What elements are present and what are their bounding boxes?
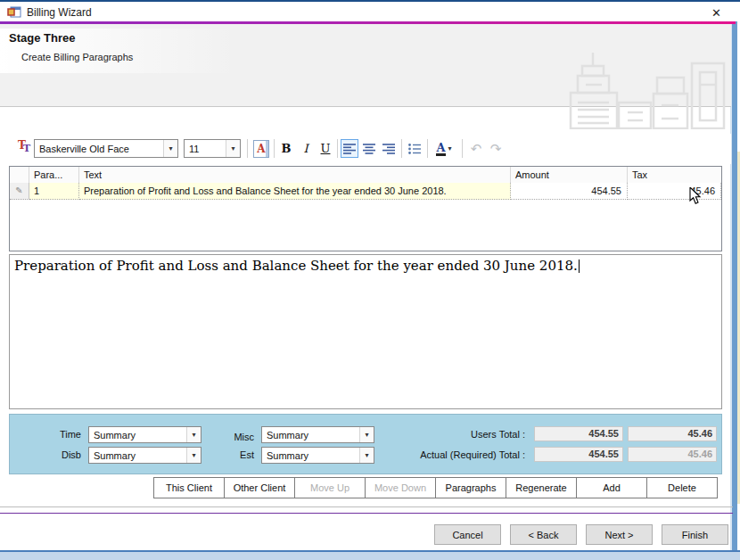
window-title: Billing Wizard [27,6,92,19]
cell-tax[interactable]: 45.46 [628,183,721,200]
window-bottom-border [0,550,740,560]
actual-total-amount: 454.55 [534,447,623,462]
format-toolbar: T T Baskerville Old Face ▾ 11 ▾ A B I U [0,134,731,164]
align-left-button[interactable] [341,139,358,158]
redo-button[interactable]: ↷ [487,139,505,158]
character-style-icon: A [253,140,269,158]
time-value: Summary [89,430,186,441]
users-total-amount: 454.55 [534,426,623,441]
city-skyline-graphic [562,51,729,129]
time-label: Time [35,429,81,440]
disb-combobox[interactable]: Summary ▾ [88,447,201,464]
wizard-header: Stage Three Create Billing Paragraphs [0,24,731,107]
est-value: Summary [262,450,359,461]
stage-subtitle: Create Billing Paragraphs [21,52,133,62]
align-center-button[interactable] [360,139,378,158]
italic-icon: I [303,142,308,155]
bold-button[interactable]: B [277,139,295,158]
chevron-down-icon[interactable]: ▾ [186,427,201,442]
row-edit-indicator: ✎ [10,183,29,200]
column-header-para[interactable]: Para... [29,167,79,183]
character-style-button[interactable]: A [252,139,270,158]
italic-button[interactable]: I [297,139,315,158]
actual-total-label: Actual (Required) Total : [374,449,525,460]
grid-header-row: Para... Text Amount Tax [10,167,721,184]
title-bar[interactable]: Billing Wizard ✕ [0,2,737,21]
misc-label: Misc [208,432,254,442]
add-button[interactable]: Add [576,477,647,498]
other-client-button[interactable]: Other Client [224,477,295,498]
cell-text[interactable]: Preparation of Profit and Loss and Balan… [79,183,511,200]
chevron-down-icon: ▾ [448,144,452,152]
misc-value: Summary [262,430,359,441]
font-name-value: Baskerville Old Face [35,144,163,154]
time-combobox[interactable]: Summary ▾ [88,426,201,443]
users-total-tax: 45.46 [628,426,717,441]
text-caret [579,259,580,273]
est-combobox[interactable]: Summary ▾ [261,447,374,464]
underline-icon: U [321,142,331,155]
regenerate-button[interactable]: Regenerate [506,477,577,498]
move-up-button: Move Up [294,477,366,498]
move-down-button: Move Down [365,477,436,498]
app-icon [7,5,21,20]
align-right-button[interactable] [380,139,398,158]
chevron-down-icon[interactable]: ▾ [226,140,240,157]
row-selector-header [10,167,29,183]
editor-text[interactable]: Preparation of Profit and Loss and Balan… [14,258,578,274]
redo-icon: ↷ [490,141,502,157]
back-button[interactable]: < Back [510,524,577,545]
actual-total-tax: 45.46 [628,447,717,462]
footer-separator [0,506,733,507]
users-total-label: Users Total : [374,429,525,440]
delete-button[interactable]: Delete [646,477,718,498]
chevron-down-icon[interactable]: ▾ [163,140,177,157]
cell-amount[interactable]: 454.55 [511,183,628,200]
column-header-amount[interactable]: Amount [511,167,628,183]
pencil-icon: ✎ [10,183,29,199]
toolbar-separator [274,139,275,158]
est-label: Est [208,449,254,460]
stage-title: Stage Three [9,31,75,45]
billing-wizard-window: Billing Wizard ✕ Stage Three Create Bill… [0,0,740,560]
this-client-button[interactable]: This Client [153,477,225,498]
font-name-combobox[interactable]: Baskerville Old Face ▾ [34,139,178,158]
underline-button[interactable]: U [317,139,334,158]
font-name-icon: T T [18,139,32,155]
toolbar-separator [401,139,402,158]
font-color-button[interactable]: A ▾ [432,139,456,158]
finish-button[interactable]: Finish [662,524,728,545]
close-icon[interactable]: ✕ [708,4,725,21]
font-size-combobox[interactable]: 11 ▾ [184,139,241,158]
summary-panel: Time Summary ▾ Disb Summary ▾ Misc Summa… [9,414,722,474]
misc-combobox[interactable]: Summary ▾ [261,426,374,443]
cell-para[interactable]: 1 [29,183,79,200]
undo-button[interactable]: ↶ [467,139,485,158]
column-header-tax[interactable]: Tax [628,167,721,183]
paragraph-editor[interactable]: Preparation of Profit and Loss and Balan… [9,254,722,409]
undo-icon: ↶ [471,141,482,157]
bold-icon: B [282,142,292,155]
paragraphs-button[interactable]: Paragraphs [435,477,506,498]
chevron-down-icon[interactable]: ▾ [359,448,374,463]
column-header-text[interactable]: Text [79,167,511,183]
bullet-list-button[interactable] [406,139,423,158]
chevron-down-icon[interactable]: ▾ [186,448,201,463]
align-center-icon [363,144,375,154]
toolbar-separator [247,139,248,158]
footer-accent-line [0,513,733,514]
next-button[interactable]: Next > [586,524,653,545]
disb-label: Disb [35,449,81,460]
font-size-value: 11 [185,144,226,154]
cancel-button[interactable]: Cancel [434,524,501,545]
chevron-down-icon[interactable]: ▾ [359,427,374,442]
window-right-border [730,2,737,552]
align-right-icon [382,144,395,154]
font-color-icon: A [436,142,445,156]
table-row[interactable]: ✎ 1 Preparation of Profit and Loss and B… [10,183,721,200]
paragraphs-grid[interactable]: Para... Text Amount Tax ✎ 1 Preparation … [9,166,722,251]
action-button-strip: This Client Other Client Move Up Move Do… [153,477,718,498]
bullet-list-icon [408,144,421,154]
align-left-icon [343,144,356,154]
toolbar-separator [337,139,338,158]
